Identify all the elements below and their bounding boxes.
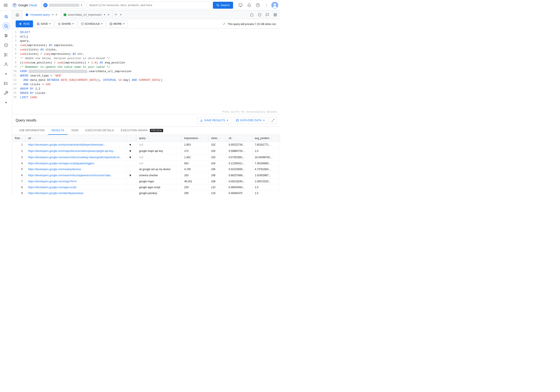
svg-point-41 [5, 102, 7, 103]
save-button[interactable]: SAVE ▼ [34, 20, 54, 27]
tab-job-information[interactable]: JOB INFORMATION [16, 127, 48, 135]
table-row: 9 https://developers.google.com/identity… [12, 190, 280, 196]
save-label: SAVE [41, 22, 48, 25]
sidebar-icon-scissors[interactable] [2, 50, 10, 59]
terminal-icon[interactable] [237, 1, 244, 9]
more-options-icon[interactable] [263, 1, 270, 9]
sidebar-icon-bigquery[interactable] [2, 12, 10, 21]
sidebar-icon-wrench[interactable] [2, 89, 10, 97]
save-results-button[interactable]: SAVE RESULTS ▼ [197, 117, 231, 124]
run-button[interactable]: RUN [16, 20, 33, 27]
sql-line-7: 7 /* Added one below, because position i… [12, 57, 280, 61]
tab-bar-chat-icon[interactable] [264, 12, 270, 18]
sidebar-icon-dot1[interactable] [2, 70, 10, 78]
sidebar-icon-search[interactable] [2, 22, 10, 30]
cell-impressions: 163 [181, 172, 208, 178]
table-row: 3 https://developers.google.com/search/d… [12, 154, 280, 160]
cell-avg-position: 7.30194805... [252, 160, 280, 166]
tab-bar-grid-icon[interactable] [272, 12, 278, 18]
cell-url-expand[interactable]: ▼ [126, 141, 136, 148]
explore-data-label: EXPLORE DATA [240, 119, 261, 122]
svg-point-40 [4, 84, 5, 85]
more-label: MORE [113, 22, 122, 25]
svg-rect-2 [4, 6, 8, 7]
more-button[interactable]: MORE ▼ [107, 20, 128, 27]
cell-clicks: 102 [208, 141, 226, 148]
svg-rect-60 [236, 119, 239, 121]
cell-clicks: 106 [208, 166, 226, 172]
table-row: 1 https://developers.google.com/youtube/… [12, 141, 280, 148]
cell-url-expand[interactable]: ▼ [126, 172, 136, 178]
col-clicks: clicks ↕ [208, 135, 226, 142]
svg-line-55 [59, 24, 60, 24]
tab-add-button[interactable]: + [113, 12, 119, 18]
tab-results[interactable]: RESULTS [48, 127, 68, 135]
home-tab[interactable] [14, 13, 21, 17]
cell-query: google passkey [136, 190, 182, 196]
tab-searchdata[interactable]: searchdata_url_impression ▼ ✕ [61, 10, 113, 19]
schedule-button[interactable]: SCHEDULE ▼ [78, 20, 106, 27]
svg-point-58 [110, 23, 111, 24]
svg-line-61 [273, 119, 274, 120]
run-label: RUN [23, 22, 30, 25]
svg-rect-48 [275, 13, 277, 15]
svg-line-62 [272, 121, 273, 121]
main-layout: *Unsaved query ▼ ✕ searchdata_url_impres… [0, 10, 280, 196]
share-dropdown-arrow: ▼ [72, 23, 74, 25]
sidebar-icon-dot2[interactable] [2, 98, 10, 107]
tab-json[interactable]: JSON [68, 127, 82, 135]
search-button[interactable]: Search [213, 2, 233, 9]
cell-url: https://developers.google.com/apps-scrip… [25, 160, 126, 166]
cell-row-num: 5 [12, 166, 25, 172]
cell-ctr: 0.05222734... [226, 141, 252, 148]
tab-execution-details[interactable]: EXECUTION DETAILS [82, 127, 117, 135]
global-search-bar[interactable] [86, 1, 211, 9]
cell-ctr: 0.11255411... [226, 160, 252, 166]
accessibility-hint: Press Alt+F1 for Accessibility Options. [222, 111, 278, 113]
cell-row-num: 6 [12, 172, 25, 178]
cell-url-expand[interactable]: ▼ [126, 154, 136, 160]
tab-execution-graph[interactable]: EXECUTION GRAPH PREVIEW [117, 127, 167, 135]
table-row: 6 https://developers.google.com/search/d… [12, 172, 280, 178]
notifications-icon[interactable] [245, 1, 253, 9]
cell-row-num: 4 [12, 160, 25, 166]
sidebar-icon-sliders[interactable] [2, 31, 10, 40]
expand-results-button[interactable] [270, 117, 277, 124]
project-selector[interactable]: ● ▼ [41, 2, 85, 9]
sql-editor[interactable]: 1 SELECT 2 url, 3 query, 4 sum(impressio… [12, 29, 280, 114]
share-button[interactable]: SHARE ▼ [55, 20, 77, 27]
sidebar-icon-person[interactable] [2, 60, 10, 69]
project-dropdown-icon: ▼ [80, 4, 83, 6]
cell-row-num: 8 [12, 184, 25, 190]
tab-unsaved-close[interactable]: ✕ [55, 13, 58, 17]
explore-data-button[interactable]: EXPLORE DATA ▼ [233, 117, 268, 124]
sql-line-5: 5 sum(clicks) AS clicks, [12, 48, 280, 52]
cell-avg-position: 7.65181771... [252, 141, 280, 148]
tab-searchdata-label: searchdata_url_impression [68, 13, 102, 16]
search-input[interactable] [89, 3, 208, 7]
avatar[interactable] [271, 2, 278, 9]
cell-clicks: 108 [208, 172, 226, 178]
sql-line-10: 10 FROM ████████████████████████████████… [12, 70, 280, 74]
cell-row-num: 9 [12, 190, 25, 196]
cell-url: https://developers.google.com/maps?hl=fr [25, 178, 126, 184]
help-icon[interactable] [254, 1, 262, 9]
hamburger-menu-button[interactable] [2, 1, 10, 9]
cell-url-expand[interactable]: ▼ [126, 148, 136, 154]
cell-avg-position: 4.73761854... [252, 166, 280, 172]
cell-query: ok google set up my device [136, 166, 182, 172]
cell-clicks: 103 [208, 154, 226, 160]
google-cloud-logo[interactable]: Google Cloud [12, 3, 37, 8]
data-table-wrap[interactable]: Row ↕ url ↕ query ↕ impressions ↕ clicks… [12, 135, 280, 196]
col-avg-position: avg_position ↕ [252, 135, 280, 142]
tab-unsaved-query[interactable]: *Unsaved query ▼ ✕ [23, 10, 61, 19]
sidebar-icon-list[interactable] [2, 79, 10, 88]
tab-bar-info-icon[interactable] [257, 12, 263, 18]
sidebar-icon-history[interactable] [2, 41, 10, 50]
tab-searchdata-close[interactable]: ✕ [107, 13, 110, 17]
cell-url: https://developers.google.com/apps-scrip… [25, 184, 126, 190]
results-table: Row ↕ url ↕ query ↕ impressions ↕ clicks… [12, 135, 280, 196]
tab-bar-home-icon[interactable] [249, 12, 255, 18]
tab-more-dropdown[interactable]: ▼ [119, 13, 123, 16]
sql-line-9: 9 /* Remember to update the table name t… [12, 65, 280, 70]
